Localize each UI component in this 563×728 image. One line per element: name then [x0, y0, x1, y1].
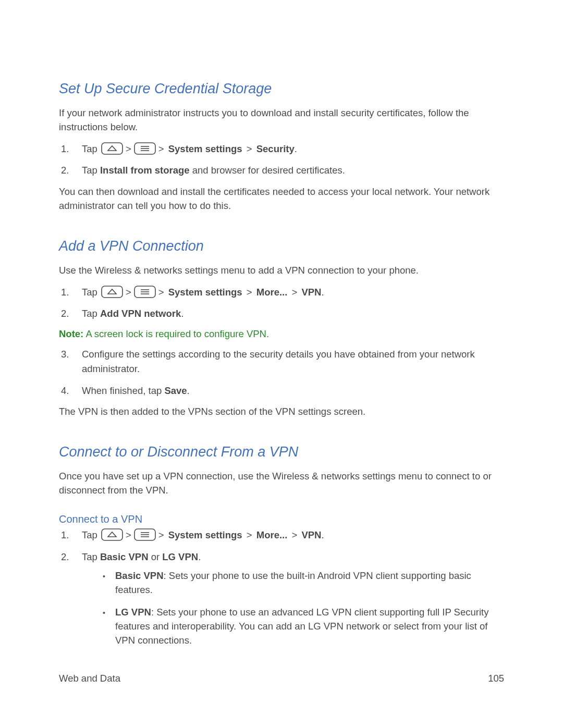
subheading-connect: Connect to a VPN — [59, 513, 504, 525]
period: . — [321, 529, 324, 540]
bold-text: LG VPN — [115, 607, 151, 618]
note-text: A screen lock is required to configure V… — [83, 328, 269, 339]
step-item: Configure the settings according to the … — [59, 347, 504, 376]
text: : Sets your phone to use an advanced LG … — [115, 607, 488, 646]
steps-connect: Tap >> System settings > More... > VPN. … — [59, 528, 504, 648]
page-footer: Web and Data 105 — [59, 673, 504, 684]
text: Tap — [82, 529, 100, 540]
text: When finished, tap — [82, 385, 164, 396]
page-number: 105 — [488, 673, 504, 684]
heading-add-vpn: Add a VPN Connection — [59, 238, 504, 254]
step-item: Tap Install from storage and browser for… — [59, 163, 504, 178]
bold-text: Install from storage — [100, 165, 190, 176]
steps-add-vpn-a: Tap >> System settings > More... > VPN. … — [59, 285, 504, 322]
list-item: LG VPN: Sets your phone to use an advanc… — [103, 606, 504, 647]
bold-text: LG VPN — [162, 551, 198, 562]
bold-text: Basic VPN — [100, 551, 149, 562]
bold-text: More... — [256, 287, 288, 298]
svg-rect-0 — [102, 143, 123, 154]
step-item: Tap >> System settings > More... > VPN. — [59, 285, 504, 300]
bold-text: VPN — [301, 529, 321, 540]
text: : Sets your phone to use the built-in An… — [115, 570, 471, 595]
step-item: Tap >> System settings > Security. — [59, 142, 504, 156]
vpn-types-list: Basic VPN: Sets your phone to use the bu… — [103, 569, 504, 647]
svg-rect-10 — [102, 529, 123, 540]
outro-add-vpn: The VPN is then added to the VPNs sectio… — [59, 405, 504, 419]
intro-credential: If your network administrator instructs … — [59, 106, 504, 134]
bold-text: Security — [256, 143, 295, 154]
menu-icon — [134, 286, 156, 298]
home-icon — [101, 528, 123, 541]
period: . — [187, 385, 190, 396]
step-item: Tap >> System settings > More... > VPN. — [59, 528, 504, 542]
menu-icon — [134, 528, 156, 541]
text: Tap — [82, 308, 100, 319]
separator: > — [158, 287, 164, 298]
page-content: Set Up Secure Credential Storage If your… — [0, 0, 563, 647]
note-vpn: Note: A screen lock is required to confi… — [59, 328, 504, 340]
separator: > — [126, 529, 131, 540]
text: Tap — [82, 143, 100, 154]
text: Tap — [82, 287, 100, 298]
intro-add-vpn: Use the Wireless & networks settings men… — [59, 264, 504, 278]
text: or — [149, 551, 163, 562]
home-icon — [101, 142, 123, 155]
bold-text: More... — [256, 529, 288, 540]
svg-rect-5 — [102, 286, 123, 298]
period: . — [321, 287, 324, 298]
text: and browser for desired certificates. — [190, 165, 345, 176]
footer-section: Web and Data — [59, 673, 120, 684]
heading-connect-vpn: Connect to or Disconnect From a VPN — [59, 444, 504, 460]
outro-credential: You can then download and install the ce… — [59, 185, 504, 213]
period: . — [198, 551, 201, 562]
separator: > — [126, 287, 131, 298]
separator: > — [158, 529, 164, 540]
step-item: Tap Add VPN network. — [59, 306, 504, 321]
heading-credential-storage: Set Up Secure Credential Storage — [59, 81, 504, 97]
bold-text: VPN — [301, 287, 321, 298]
separator: > — [247, 143, 252, 154]
separator: > — [126, 143, 131, 154]
period: . — [181, 308, 183, 319]
step-item: Tap Basic VPN or LG VPN. Basic VPN: Sets… — [59, 550, 504, 648]
menu-icon — [134, 142, 156, 155]
bold-text: Save — [164, 385, 187, 396]
separator: > — [158, 143, 164, 154]
separator: > — [247, 529, 252, 540]
bold-text: System settings — [168, 529, 242, 540]
intro-connect-vpn: Once you have set up a VPN connection, u… — [59, 470, 504, 498]
text: Tap — [82, 551, 100, 562]
steps-credential: Tap >> System settings > Security. Tap I… — [59, 142, 504, 178]
bold-text: System settings — [168, 143, 242, 154]
bold-text: Add VPN network — [100, 308, 181, 319]
separator: > — [291, 529, 297, 540]
list-item: Basic VPN: Sets your phone to use the bu… — [103, 569, 504, 597]
period: . — [295, 143, 297, 154]
bold-text: Basic VPN — [115, 570, 164, 581]
steps-add-vpn-b: Configure the settings according to the … — [59, 347, 504, 398]
separator: > — [291, 287, 297, 298]
separator: > — [247, 287, 252, 298]
home-icon — [101, 286, 123, 298]
note-label: Note: — [59, 328, 83, 339]
text: Tap — [82, 165, 100, 176]
bold-text: System settings — [168, 287, 242, 298]
step-item: When finished, tap Save. — [59, 384, 504, 398]
